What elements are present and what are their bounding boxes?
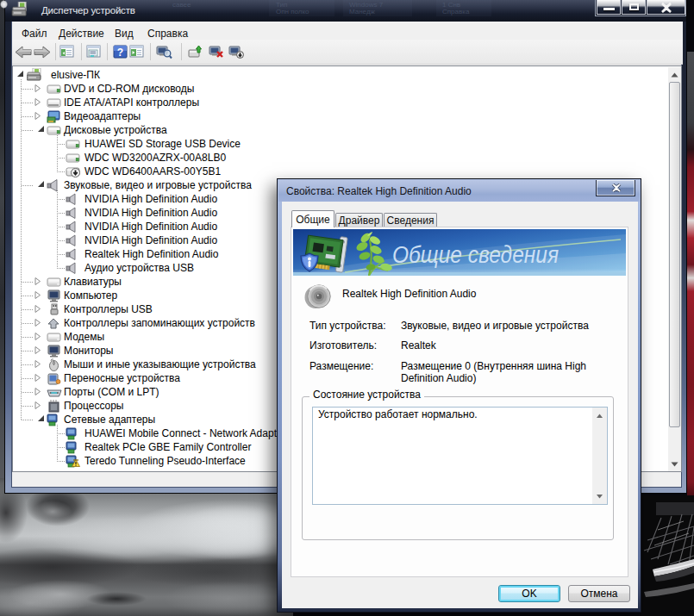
svg-text:Общие сведения: Общие сведения — [392, 242, 559, 268]
svg-text:?: ? — [117, 47, 123, 59]
